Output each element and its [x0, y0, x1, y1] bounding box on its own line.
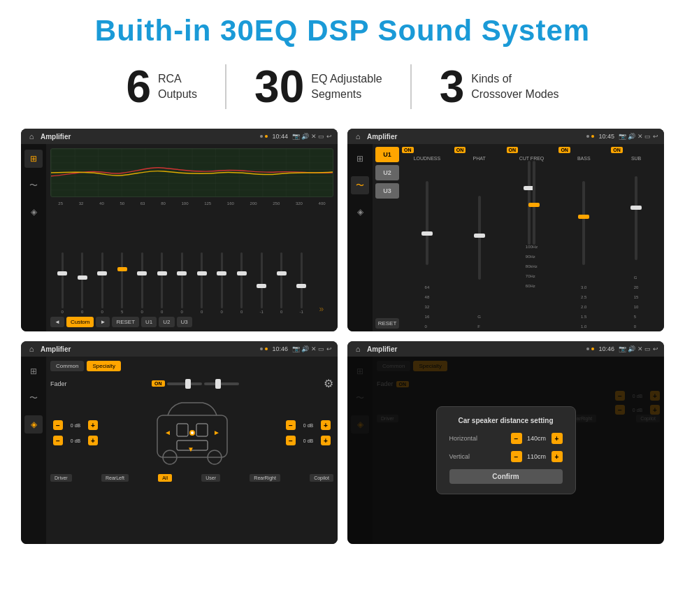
eq-play-btn[interactable]: ►: [96, 317, 110, 327]
cross-sidebar-wave-icon[interactable]: 〜: [351, 176, 369, 194]
cross-u3-btn[interactable]: U3: [375, 183, 399, 199]
fader-tab-specialty[interactable]: Specialty: [87, 361, 120, 371]
loudness-thumb[interactable]: [421, 231, 433, 236]
dialog-horizontal-minus[interactable]: −: [511, 433, 522, 444]
dialog-vertical-minus[interactable]: −: [511, 451, 522, 462]
eq-track-10[interactable]: [261, 252, 263, 308]
fader-user-btn[interactable]: User: [201, 474, 220, 482]
eq-u1-btn[interactable]: U1: [141, 317, 157, 327]
phat-thumb[interactable]: [474, 234, 485, 238]
dialog-overlay: Car speaker distance setting Horizontal …: [347, 357, 664, 544]
cross-u2-btn[interactable]: U2: [375, 165, 399, 180]
fader-h-track[interactable]: [167, 382, 202, 385]
fader-home-icon[interactable]: ⌂: [27, 344, 36, 354]
eq-thumb-10[interactable]: [257, 284, 266, 288]
fader-settings-icon[interactable]: ⚙: [324, 377, 333, 390]
eq-sidebar-wave-icon[interactable]: 〜: [24, 176, 43, 194]
cutfreq-thumb-g[interactable]: [528, 203, 540, 207]
eq-track-0[interactable]: [62, 252, 64, 308]
fader-sidebar-eq-icon[interactable]: ⊞: [24, 362, 43, 380]
loudness-slider[interactable]: [426, 181, 428, 265]
eq-track-4[interactable]: [141, 252, 143, 308]
vol-rr-minus[interactable]: −: [286, 436, 296, 445]
eq-u2-btn[interactable]: U2: [159, 317, 174, 327]
eq-thumb-5[interactable]: [157, 271, 167, 275]
eq-thumb-8[interactable]: [217, 271, 226, 275]
fader-tab-common[interactable]: Common: [50, 361, 84, 371]
panel-cutfreq: ON CUT FREQ: [507, 147, 557, 329]
cutfreq-slider-g[interactable]: [533, 161, 535, 245]
dialog-home-icon[interactable]: ⌂: [353, 344, 363, 354]
vol-rl-plus[interactable]: +: [88, 436, 98, 445]
dialog-box: Car speaker distance setting Horizontal …: [436, 406, 576, 494]
vol-fl-plus[interactable]: +: [88, 420, 98, 430]
fader-h-thumb2[interactable]: [215, 379, 221, 389]
loudness-val2: 48: [425, 295, 430, 299]
eq-track-8[interactable]: [221, 252, 223, 308]
bass-slider[interactable]: [582, 181, 585, 265]
dialog-vertical-label: Vertical: [449, 453, 470, 460]
eq-track-7[interactable]: [201, 252, 203, 308]
eq-track-12[interactable]: [301, 252, 303, 308]
eq-track-9[interactable]: [240, 252, 243, 308]
cross-sidebar-eq-icon[interactable]: ⊞: [351, 150, 369, 168]
eq-thumb-9[interactable]: [237, 271, 247, 275]
fader-rearleft-btn[interactable]: RearLeft: [101, 474, 129, 482]
fader-rearright-btn[interactable]: RearRight: [250, 474, 280, 482]
cross-panels: ON LOUDNESS 64 48 32 16 0: [402, 147, 661, 329]
vol-fr-plus[interactable]: +: [321, 420, 331, 430]
bass-thumb[interactable]: [578, 215, 589, 219]
dialog-status-icons: 📷 🔊 ✕ ▭ ↩: [619, 345, 658, 352]
eq-track-2[interactable]: [101, 252, 103, 308]
stat-rca: 6 RCAOutputs: [98, 64, 226, 109]
eq-prev-btn[interactable]: ◄: [50, 317, 64, 327]
eq-u3-btn[interactable]: U3: [177, 317, 192, 327]
phat-slider[interactable]: [478, 196, 481, 280]
vol-fl-minus[interactable]: −: [53, 420, 63, 430]
eq-reset-btn[interactable]: RESET: [112, 317, 139, 327]
eq-thumb-1[interactable]: [78, 275, 87, 280]
eq-thumb-12[interactable]: [296, 284, 306, 288]
eq-thumb-0[interactable]: [57, 271, 67, 275]
eq-thumb-2[interactable]: [97, 271, 107, 275]
fader-all-btn[interactable]: All: [158, 474, 172, 482]
cross-left-sidebar: ⊞ 〜 ◈: [347, 144, 373, 331]
eq-thumb-3[interactable]: [117, 267, 127, 271]
eq-slider-10: -1: [252, 252, 271, 314]
cross-sidebar-speaker-icon[interactable]: ◈: [351, 203, 369, 221]
fader-tabs: Common Specialty: [50, 361, 333, 371]
eq-track-1[interactable]: [81, 252, 83, 308]
fader-sidebar-speaker-icon[interactable]: ◈: [24, 415, 43, 434]
vol-fr-minus[interactable]: −: [286, 420, 296, 430]
eq-thumb-11[interactable]: [277, 271, 287, 275]
eq-sidebar-speaker-icon[interactable]: ◈: [24, 203, 43, 221]
fader-driver-btn[interactable]: Driver: [50, 474, 72, 482]
eq-sidebar-eq-icon[interactable]: ⊞: [24, 150, 43, 168]
fader-h-track2[interactable]: [204, 382, 239, 385]
dialog-vertical-plus[interactable]: +: [551, 451, 563, 462]
fader-copilot-btn[interactable]: Copilot: [310, 474, 333, 482]
eq-thumb-4[interactable]: [137, 271, 147, 275]
home-icon[interactable]: ⌂: [27, 131, 36, 141]
vol-rl-minus[interactable]: −: [53, 436, 63, 445]
sub-thumb[interactable]: [630, 206, 642, 210]
fader-sidebar-wave-icon[interactable]: 〜: [24, 389, 43, 407]
cross-u1-btn[interactable]: U1: [375, 147, 399, 162]
eq-expand-btn[interactable]: »: [312, 304, 331, 314]
eq-track-5[interactable]: [161, 252, 163, 308]
eq-thumb-6[interactable]: [177, 271, 187, 275]
vol-rr-plus[interactable]: +: [321, 436, 331, 445]
fader-h-thumb[interactable]: [185, 379, 191, 389]
bass-vals: 3.0 2.5 2.0 1.5 1.0: [581, 285, 586, 329]
dialog-confirm-button[interactable]: Confirm: [449, 469, 563, 484]
eq-track-6[interactable]: [181, 252, 183, 308]
cutfreq-val3: 80kHz: [526, 264, 538, 268]
dialog-horizontal-plus[interactable]: +: [551, 433, 563, 444]
eq-thumb-7[interactable]: [197, 271, 207, 275]
cross-reset-btn[interactable]: RESET: [375, 318, 399, 329]
cross-home-icon[interactable]: ⌂: [353, 131, 363, 141]
eq-track-3[interactable]: [121, 252, 123, 308]
sub-slider[interactable]: [635, 176, 637, 260]
eq-custom-btn[interactable]: Custom: [66, 317, 94, 327]
eq-track-11[interactable]: [280, 252, 282, 308]
